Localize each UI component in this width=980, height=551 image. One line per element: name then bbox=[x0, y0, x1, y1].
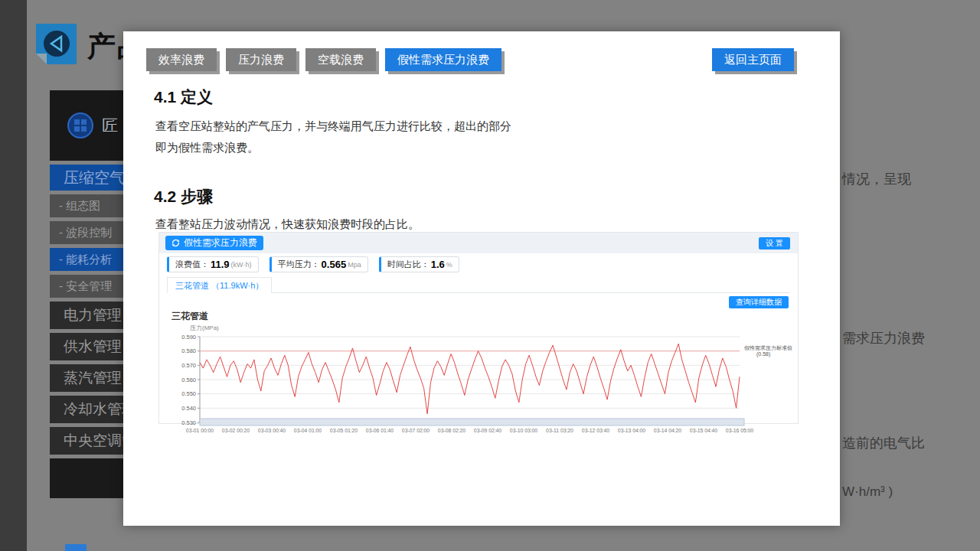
settings-button[interactable]: 设 置 bbox=[759, 237, 790, 249]
x-tick-label: 03-12 03:40 bbox=[582, 428, 610, 433]
pressure-series-line bbox=[200, 344, 740, 414]
dashboard-screenshot: 假性需求压力浪费 设 置 浪费值： 11.9 (kW·h) 平均压力： 0.56… bbox=[158, 232, 799, 424]
y-tick-label: 0.540 bbox=[181, 405, 196, 412]
return-home-button[interactable]: 返回主页面 bbox=[712, 48, 794, 71]
x-tick-label: 03-13 04:00 bbox=[618, 428, 646, 433]
x-tick-label: 03-02 00:20 bbox=[222, 428, 250, 433]
x-tick-label: 03-06 01:40 bbox=[366, 428, 394, 433]
sidebar-item-1[interactable]: - 组态图 bbox=[50, 194, 123, 217]
x-tick-label: 03-10 03:00 bbox=[510, 428, 538, 433]
y-tick-label: 0.550 bbox=[181, 390, 196, 397]
tab-pressure-waste[interactable]: 压力浪费 bbox=[226, 48, 296, 71]
sidebar-item-4[interactable]: - 安全管理 bbox=[50, 275, 123, 298]
y-tick-label: 0.580 bbox=[181, 347, 196, 354]
background-text-fragment: 情况，呈现 bbox=[842, 170, 911, 188]
stat-unit: Mpa bbox=[348, 261, 361, 269]
stat-label: 浪费值： bbox=[175, 259, 209, 270]
stat-unit: % bbox=[446, 261, 452, 269]
stat-value: 0.565 bbox=[322, 259, 347, 270]
x-tick-label: 03-05 01:20 bbox=[330, 428, 358, 433]
background-text-fragment: 需求压力浪费 bbox=[842, 329, 925, 347]
sidebar-logo: 匠 bbox=[50, 90, 123, 161]
sidebar-item-0[interactable]: 压缩空气 bbox=[50, 165, 123, 191]
chart-title: 三花管道 bbox=[172, 310, 798, 323]
sidebar-item-8[interactable]: 冷却水管理 bbox=[50, 396, 123, 423]
brand-logo-icon bbox=[67, 112, 94, 139]
query-detail-button[interactable]: 查询详细数据 bbox=[729, 296, 789, 308]
dashboard-title-text: 假性需求压力浪费 bbox=[184, 236, 257, 249]
threshold-label: 假性需求压力标准值 bbox=[744, 345, 792, 351]
dashboard-title-badge: 假性需求压力浪费 bbox=[165, 236, 263, 250]
x-tick-label: 03-15 04:40 bbox=[690, 428, 718, 433]
threshold-value: (0.58) bbox=[756, 351, 770, 357]
stats-row: 浪费值： 11.9 (kW·h) 平均压力： 0.565 Mpa 时间占比： 1… bbox=[167, 256, 798, 272]
sidebar-item-3[interactable]: - 能耗分析 bbox=[50, 248, 123, 271]
datazoom-scrollbar[interactable] bbox=[200, 419, 744, 425]
y-tick-label: 0.570 bbox=[181, 362, 196, 369]
x-tick-label: 03-03 00:40 bbox=[258, 428, 286, 433]
sidebar-item-7[interactable]: 蒸汽管理 bbox=[50, 364, 123, 392]
sidebar-item-6[interactable]: 供水管理 bbox=[50, 333, 123, 360]
stat-time-ratio: 时间占比： 1.6 % bbox=[379, 256, 459, 272]
y-axis-label: 压力(MPa) bbox=[190, 324, 798, 332]
sidebar: 匠 压缩空气- 组态图- 波段控制- 能耗分析- 安全管理电力管理供水管理蒸汽管… bbox=[50, 90, 123, 498]
x-tick-label: 03-08 02:20 bbox=[438, 428, 466, 433]
pipe-tabbar: 三花管道 （11.9kW·h） bbox=[167, 277, 790, 293]
x-tick-label: 03-01 00:00 bbox=[186, 428, 214, 433]
stat-unit: (kW·h) bbox=[231, 261, 252, 269]
background-blue-element bbox=[65, 544, 87, 551]
tab-false-demand-pressure-waste[interactable]: 假性需求压力浪费 bbox=[385, 48, 501, 71]
definition-line-2: 即为假性需求浪费。 bbox=[155, 137, 511, 158]
tab-efficiency-waste[interactable]: 效率浪费 bbox=[146, 48, 217, 71]
section-heading-definition: 4.1 定义 bbox=[154, 86, 213, 108]
cycle-arrows-icon bbox=[172, 239, 180, 247]
y-tick-label: 0.590 bbox=[181, 334, 196, 341]
x-tick-label: 03-04 01:00 bbox=[294, 428, 322, 433]
sidebar-item-2[interactable]: - 波段控制 bbox=[50, 221, 123, 244]
pipe-tab-sanhua[interactable]: 三花管道 （11.9kW·h） bbox=[167, 277, 272, 293]
stat-value: 11.9 bbox=[211, 259, 230, 270]
stat-label: 时间占比： bbox=[387, 259, 430, 270]
left-edge-strip bbox=[0, 0, 27, 551]
y-tick-label: 0.560 bbox=[181, 377, 196, 383]
stat-value: 1.6 bbox=[431, 259, 445, 270]
x-tick-label: 03-16 05:00 bbox=[726, 428, 754, 433]
y-tick-label: 0.530 bbox=[181, 419, 196, 426]
definition-line-1: 查看空压站整站的产气压力，并与终端用气压力进行比较，超出的部分 bbox=[155, 116, 511, 137]
back-arrow-icon[interactable] bbox=[36, 24, 77, 64]
sidebar-item-5[interactable]: 电力管理 bbox=[50, 302, 123, 329]
x-tick-label: 03-11 03:20 bbox=[546, 428, 573, 433]
stat-label: 平均压力： bbox=[278, 259, 320, 270]
stat-waste-value: 浪费值： 11.9 (kW·h) bbox=[167, 256, 259, 272]
stat-average-pressure: 平均压力： 0.565 Mpa bbox=[270, 256, 368, 272]
tab-noload-waste[interactable]: 空载浪费 bbox=[305, 48, 376, 71]
background-text-fragment: W·h/m³ ) bbox=[842, 484, 893, 500]
x-tick-label: 03-14 04:20 bbox=[654, 428, 682, 433]
background-text-fragment: 造前的电气比 bbox=[842, 434, 925, 452]
definition-text: 查看空压站整站的产气压力，并与终端用气压力进行比较，超出的部分 即为假性需求浪费… bbox=[155, 116, 511, 158]
sidebar-filler bbox=[50, 458, 123, 498]
help-overlay-panel: 效率浪费 压力浪费 空载浪费 假性需求压力浪费 返回主页面 4.1 定义 查看空… bbox=[123, 31, 840, 526]
dashboard-header: 假性需求压力浪费 设 置 bbox=[159, 233, 798, 253]
pressure-chart: 0.5900.5800.5700.5600.5500.5400.530假性需求压… bbox=[159, 332, 798, 439]
waste-type-tabbar: 效率浪费 压力浪费 空载浪费 假性需求压力浪费 bbox=[146, 48, 501, 71]
x-tick-label: 03-09 02:40 bbox=[474, 428, 502, 433]
x-tick-label: 03-07 02:00 bbox=[402, 428, 430, 433]
sidebar-item-9[interactable]: 中央空调管理 bbox=[50, 427, 123, 455]
section-heading-steps: 4.2 步骤 bbox=[154, 186, 213, 207]
sidebar-logo-text: 匠 bbox=[102, 115, 118, 136]
